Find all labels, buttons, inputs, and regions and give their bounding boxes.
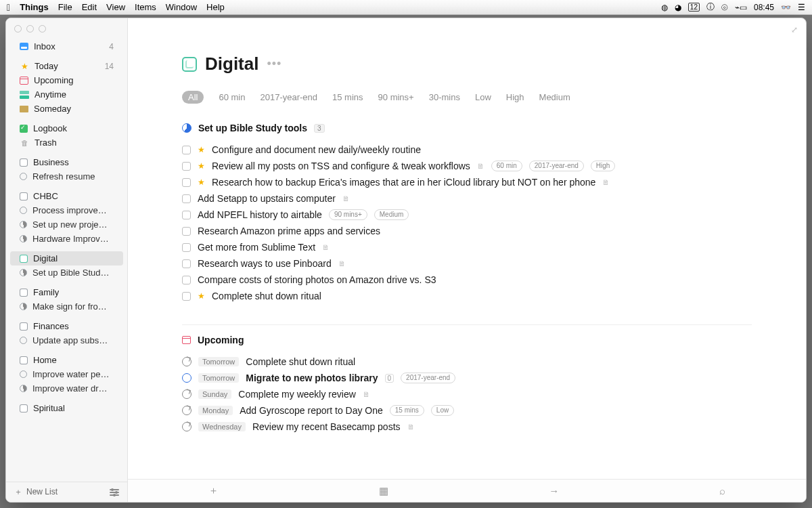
- new-list-button[interactable]: New List: [14, 486, 58, 498]
- task-checkbox[interactable]: [182, 292, 191, 301]
- task-row[interactable]: Complete shut down ritual: [182, 288, 752, 304]
- today-star-icon: [198, 161, 205, 171]
- menubar-list-icon[interactable]: ☰: [798, 3, 805, 12]
- filter-tag[interactable]: All: [182, 91, 204, 104]
- task-tag[interactable]: 2017-year-end: [529, 161, 584, 171]
- task-row[interactable]: Compare costs of storing photos on Amazo…: [182, 272, 752, 288]
- task-row[interactable]: Research Amazon prime apps and services: [182, 223, 752, 239]
- sidebar-anytime[interactable]: Anytime: [10, 87, 123, 102]
- sidebar-someday[interactable]: Someday: [10, 102, 123, 116]
- window-traffic-lights[interactable]: [6, 18, 127, 37]
- task-tag[interactable]: 60 min: [491, 161, 522, 171]
- move-button[interactable]: →: [549, 485, 559, 496]
- task-row[interactable]: Research how to backup Erica's images th…: [182, 174, 752, 190]
- sidebar-today[interactable]: Today14: [10, 59, 123, 73]
- project-progress-icon: [20, 221, 27, 228]
- menubar-info-icon[interactable]: ⓘ: [706, 1, 715, 13]
- upcoming-row[interactable]: MondayAdd Gyroscope report to Day One15 …: [182, 402, 752, 419]
- menu-items[interactable]: Items: [135, 2, 156, 12]
- filter-tag[interactable]: 15 mins: [332, 92, 363, 102]
- task-row[interactable]: Add NPEFL history to airtable90 mins+Med…: [182, 207, 752, 223]
- filter-tag[interactable]: Medium: [539, 92, 570, 102]
- menubar-drop-icon[interactable]: ◍: [661, 3, 668, 12]
- task-row[interactable]: Configure and document new daily/weekly …: [182, 142, 752, 158]
- upcoming-row[interactable]: TomorrowComplete shut down ritual: [182, 354, 752, 370]
- task-tag[interactable]: High: [591, 161, 616, 171]
- task-tag[interactable]: Medium: [374, 209, 409, 220]
- upcoming-row[interactable]: TomorrowMigrate to new photos library020…: [182, 370, 752, 386]
- sidebar-area[interactable]: Finances: [10, 319, 123, 333]
- task-checkbox[interactable]: [182, 194, 191, 203]
- task-checkbox[interactable]: [182, 227, 191, 236]
- sidebar-inbox[interactable]: Inbox4: [10, 39, 123, 54]
- sidebar-project[interactable]: Process improve…: [10, 203, 123, 217]
- menubar-date-icon[interactable]: 12: [688, 3, 700, 12]
- sidebar-trash[interactable]: Trash: [10, 135, 123, 150]
- menu-file[interactable]: File: [58, 2, 72, 12]
- task-tag[interactable]: 2017-year-end: [401, 373, 455, 383]
- popout-icon[interactable]: ⤢: [791, 25, 798, 35]
- sidebar-project[interactable]: Update app subs…: [10, 333, 123, 347]
- menubar-battery-icon[interactable]: ⌁▭: [735, 3, 747, 12]
- sidebar-area[interactable]: Spiritual: [10, 401, 123, 415]
- menu-view[interactable]: View: [106, 2, 125, 12]
- app-name[interactable]: Things: [20, 2, 49, 12]
- filter-tag[interactable]: High: [506, 92, 524, 102]
- sidebar-area[interactable]: Family: [10, 285, 123, 299]
- sidebar-project[interactable]: Hardware Improv…: [10, 232, 123, 246]
- task-tag[interactable]: Low: [431, 405, 454, 416]
- task-row[interactable]: Review all my posts on TSS and configure…: [182, 158, 752, 174]
- calendar-button[interactable]: ▦: [379, 485, 388, 497]
- new-todo-button[interactable]: ＋: [208, 484, 219, 497]
- filter-tag[interactable]: 90 mins+: [378, 92, 414, 102]
- sidebar-project[interactable]: Set up Bible Stud…: [10, 266, 123, 280]
- settings-sliders-icon[interactable]: [110, 489, 119, 496]
- sidebar-project[interactable]: Make sign for fro…: [10, 299, 123, 314]
- menu-window[interactable]: Window: [166, 2, 197, 12]
- sidebar-area[interactable]: Home: [10, 353, 123, 367]
- task-checkbox[interactable]: [182, 243, 191, 252]
- filter-tag[interactable]: 30-mins: [429, 92, 460, 102]
- project-progress-icon: [20, 235, 27, 242]
- task-checkbox[interactable]: [182, 162, 191, 171]
- sidebar-area[interactable]: Business: [10, 155, 123, 169]
- tag-filter-bar: All60 min2017-year-end15 mins90 mins+30-…: [182, 91, 752, 104]
- menubar-clock[interactable]: 08:45: [754, 3, 774, 12]
- sidebar-project[interactable]: Improve water dr…: [10, 381, 123, 396]
- area-options-button[interactable]: •••: [267, 57, 281, 71]
- filter-tag[interactable]: Low: [475, 92, 491, 102]
- upcoming-row[interactable]: WednesdayReview my recent Basecamp posts: [182, 419, 752, 435]
- menu-help[interactable]: Help: [206, 2, 225, 12]
- upcoming-title: Review my recent Basecamp posts: [252, 421, 401, 432]
- search-button[interactable]: ⌕: [719, 485, 725, 496]
- task-checkbox[interactable]: [182, 146, 191, 154]
- task-checkbox[interactable]: [182, 211, 191, 219]
- task-row[interactable]: Add Setapp to upstairs computer: [182, 190, 752, 207]
- sidebar-project[interactable]: Refresh resume: [10, 169, 123, 184]
- sidebar-project[interactable]: Set up new proje…: [10, 217, 123, 232]
- upcoming-row[interactable]: SundayComplete my weekly review: [182, 386, 752, 402]
- task-row[interactable]: Get more from Sublime Text: [182, 239, 752, 255]
- task-title: Add Setapp to upstairs computer: [198, 193, 336, 204]
- sidebar-project[interactable]: Improve water pe…: [10, 367, 123, 381]
- filter-tag[interactable]: 60 min: [219, 92, 245, 102]
- menubar-pie-icon[interactable]: ◕: [675, 3, 681, 12]
- menu-edit[interactable]: Edit: [82, 2, 97, 12]
- task-row[interactable]: Research ways to use Pinboard: [182, 255, 752, 272]
- task-checkbox[interactable]: [182, 178, 191, 187]
- task-checkbox[interactable]: [182, 259, 191, 268]
- apple-menu-icon[interactable]: [7, 2, 10, 13]
- repeat-icon: [182, 422, 191, 431]
- menubar-glasses-icon[interactable]: 👓: [781, 3, 791, 12]
- sidebar-upcoming[interactable]: Upcoming: [10, 73, 123, 87]
- menubar-wifi-icon[interactable]: ⦾: [721, 3, 728, 12]
- sidebar-area[interactable]: CHBC: [10, 189, 123, 203]
- sidebar-area[interactable]: Digital: [10, 251, 123, 266]
- sidebar-logbook[interactable]: Logbook: [10, 121, 123, 135]
- task-tag[interactable]: 90 mins+: [329, 209, 367, 220]
- project-heading[interactable]: Set up Bible Study tools 3: [182, 123, 752, 133]
- task-checkbox[interactable]: [182, 276, 191, 284]
- filter-tag[interactable]: 2017-year-end: [260, 92, 317, 102]
- task-title: Research ways to use Pinboard: [198, 258, 332, 269]
- task-tag[interactable]: 15 mins: [390, 405, 424, 416]
